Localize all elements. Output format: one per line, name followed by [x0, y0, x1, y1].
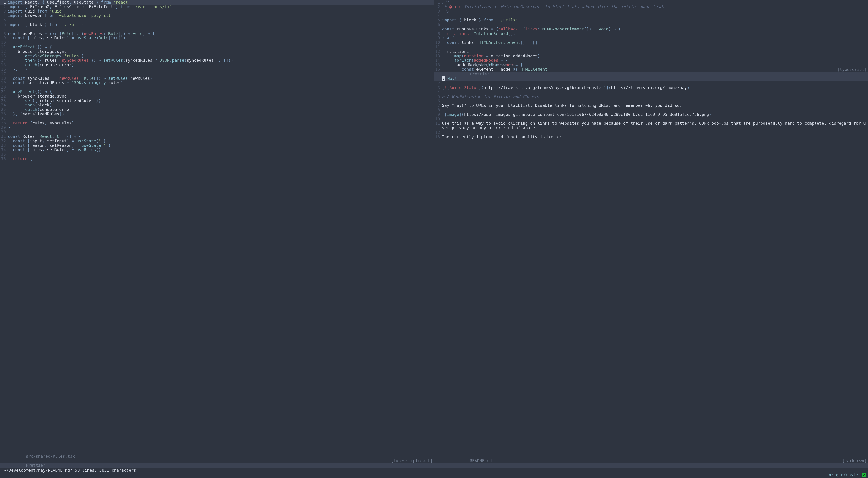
status-file: src/dom/observe.ts — [470, 63, 514, 67]
line-number: 10 — [434, 40, 442, 45]
code-line[interactable]: 4 — [434, 13, 868, 18]
code-line[interactable]: 2import { FiTrash2, FiPlusCircle, FiFile… — [0, 4, 434, 9]
code-line[interactable]: 7const runOnNewLinks = (callback: (links… — [434, 27, 868, 31]
code-line[interactable]: 7Say "nay!" to URLs in your blacklist. D… — [434, 103, 868, 108]
code-line[interactable]: 16 }, []) — [0, 67, 434, 72]
code-text — [8, 116, 434, 121]
code-line[interactable]: 2 — [434, 81, 868, 85]
line-number: 26 — [0, 112, 8, 116]
line-number: 11 — [434, 121, 442, 130]
code-line[interactable]: 30 — [0, 130, 434, 134]
line-number: 29 — [0, 125, 8, 130]
line-number: 5 — [434, 18, 442, 22]
code-buffer-right-bottom[interactable]: 1# Nay!2 3[![Build Status](https://travi… — [434, 76, 868, 463]
line-number: 25 — [0, 107, 8, 112]
code-line[interactable]: 14 .then(({ rules: syncedRules }) ⇒ setR… — [0, 58, 434, 63]
code-line[interactable]: 21 useEffect(() ⇒ { — [0, 90, 434, 94]
code-text: */ — [442, 9, 868, 13]
code-line[interactable]: 9) ⇒ { — [434, 36, 868, 40]
code-line[interactable]: 13 .map(mutation ⇒ mutation.addedNodes) — [434, 54, 868, 58]
code-line[interactable]: 11 — [434, 45, 868, 49]
code-line[interactable]: 3 */ — [434, 9, 868, 13]
code-line[interactable]: 1# Nay! — [434, 76, 868, 81]
code-line[interactable]: 4 — [434, 90, 868, 94]
code-line[interactable]: 27 — [0, 116, 434, 121]
pane-left[interactable]: 1import React, { useEffect, useState } f… — [0, 0, 434, 468]
code-line[interactable]: 10 const links: HTMLAnchorElement[] = [] — [434, 40, 868, 45]
line-number: 7 — [0, 27, 8, 31]
code-line[interactable]: 26 }, [serializedRules]) — [0, 112, 434, 116]
code-line[interactable]: 36 return ( — [0, 157, 434, 161]
code-line[interactable]: 28 return [rules, syncRules] — [0, 121, 434, 125]
code-line[interactable]: 13 .get<NayStorage>('rules') — [0, 54, 434, 58]
code-line[interactable]: 12 browser.storage.sync — [0, 49, 434, 54]
code-line[interactable]: 12 mutations — [434, 49, 868, 54]
code-line[interactable]: 6 — [434, 99, 868, 103]
code-text: useEffect(() ⇒ { — [8, 45, 434, 49]
code-line[interactable]: 22 browser.storage.sync — [0, 94, 434, 98]
code-line[interactable]: 2 * @file Initializes a `MutationObserve… — [434, 4, 868, 9]
code-text — [8, 152, 434, 157]
code-text: const [reason, setReason] = useState('') — [8, 143, 434, 148]
code-line[interactable]: 10 — [0, 40, 434, 45]
code-line[interactable]: 8 — [434, 108, 868, 112]
code-line[interactable]: 5 — [0, 18, 434, 22]
code-text: useEffect(() ⇒ { — [8, 90, 434, 94]
code-text: Use this as a way to avoid clicking on l… — [442, 121, 868, 130]
code-line[interactable]: 9![image](https://user-images.githubuser… — [434, 112, 868, 117]
code-line[interactable]: 19 const serializedRules = JSON.stringif… — [0, 81, 434, 85]
code-line[interactable]: 4import browser from 'webextension-polyf… — [0, 13, 434, 18]
code-line[interactable]: 9 const [rules, setRules] = useState<Rul… — [0, 36, 434, 40]
code-line[interactable]: 8 mutations: MutationRecord[], — [434, 31, 868, 36]
line-number: 36 — [0, 157, 8, 161]
pane-right: 1/**2 * @file Initializes a `MutationObs… — [434, 0, 868, 468]
code-text: const useRules = (): [Rule[], (newRules:… — [8, 31, 434, 36]
code-line[interactable]: 17 — [0, 72, 434, 76]
code-line[interactable]: 13The currently implemented functionalit… — [434, 135, 868, 139]
line-number: 14 — [0, 58, 8, 63]
pane-right-bottom[interactable]: 1# Nay!2 3[![Build Status](https://travi… — [434, 76, 868, 468]
line-number: 8 — [434, 108, 442, 112]
code-line[interactable]: 3[![Build Status](https://travis-ci.org/… — [434, 85, 868, 90]
code-line[interactable]: 11Use this as a way to avoid clicking on… — [434, 121, 868, 130]
code-line[interactable]: 23 .set({ rules: serializedRules }) — [0, 98, 434, 103]
code-line[interactable]: 3import uuid from 'uuid' — [0, 9, 434, 13]
code-line[interactable]: 12 — [434, 130, 868, 135]
code-line[interactable]: 24 .then(block) — [0, 103, 434, 107]
code-line[interactable]: 33 const [reason, setReason] = useState(… — [0, 143, 434, 148]
code-line[interactable]: 32 const [input, setInput] = useState(''… — [0, 139, 434, 143]
code-line[interactable]: 6 — [434, 22, 868, 27]
command-line[interactable]: "~/Development/nay/README.md" 58 lines, … — [0, 468, 868, 473]
code-line[interactable]: 1/** — [434, 0, 868, 4]
code-line[interactable]: 8const useRules = (): [Rule[], (newRules… — [0, 31, 434, 36]
code-line[interactable]: 15 .catch(console.error) — [0, 63, 434, 67]
code-line[interactable]: 25 .catch(console.error) — [0, 107, 434, 112]
code-line[interactable]: 29} — [0, 125, 434, 130]
line-number: 6 — [434, 22, 442, 27]
code-line[interactable]: 20 — [0, 85, 434, 90]
code-line[interactable]: 5import { block } from './utils' — [434, 18, 868, 22]
line-number: 17 — [0, 72, 8, 76]
line-number: 27 — [0, 116, 8, 121]
code-line[interactable]: 18 const syncRules = (newRules: Rule[]) … — [0, 76, 434, 81]
pane-right-top[interactable]: 1/**2 * @file Initializes a `MutationObs… — [434, 0, 868, 76]
code-line[interactable]: 7 — [0, 27, 434, 31]
code-line[interactable]: 31const Rules: React.FC = () ⇒ { — [0, 134, 434, 139]
code-text: .catch(console.error) — [8, 107, 434, 112]
line-number: 13 — [434, 54, 442, 58]
line-number: 1 — [434, 76, 442, 81]
code-line[interactable]: 6import { block } from '../utils' — [0, 22, 434, 27]
code-line[interactable]: 35 — [0, 152, 434, 157]
line-number: 6 — [0, 22, 8, 27]
code-text: .then(block) — [8, 103, 434, 107]
code-text: .set({ rules: serializedRules }) — [8, 98, 434, 103]
code-line[interactable]: 11 useEffect(() ⇒ { — [0, 45, 434, 49]
code-text: const [rules, setRules] = useRules() — [8, 148, 434, 152]
code-buffer-left[interactable]: 1import React, { useEffect, useState } f… — [0, 0, 434, 463]
code-line[interactable]: 5> A WebExtension for Firefox and Chrome… — [434, 94, 868, 99]
code-line[interactable]: 34 const [rules, setRules] = useRules() — [0, 148, 434, 152]
line-number: 23 — [0, 98, 8, 103]
code-line[interactable]: 10 — [434, 117, 868, 121]
code-line[interactable]: 1import React, { useEffect, useState } f… — [0, 0, 434, 4]
line-number: 33 — [0, 143, 8, 148]
